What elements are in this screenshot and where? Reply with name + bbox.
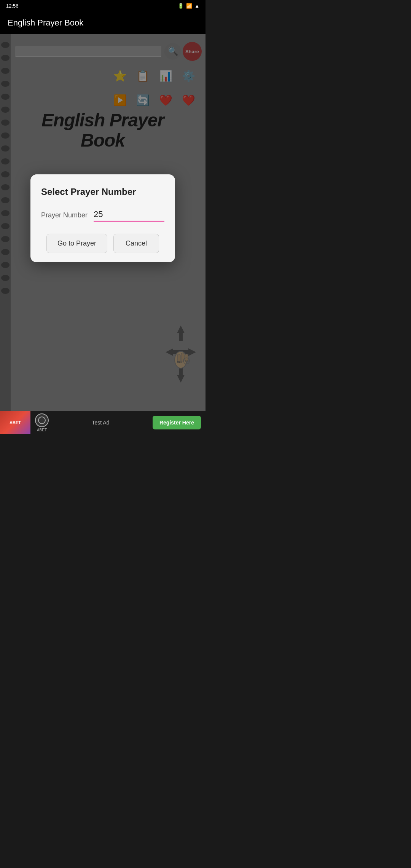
abet-sub-label: ABET bbox=[37, 428, 47, 432]
status-time: 12:56 bbox=[6, 3, 19, 9]
ad-test-label: Test Ad bbox=[92, 420, 110, 426]
nav-circle-inner bbox=[38, 416, 46, 424]
ad-bar: ABET ABET Test Ad Register Here bbox=[0, 411, 206, 434]
ad-abet-label: ABET bbox=[10, 420, 21, 425]
battery-icon: 🔋 bbox=[178, 3, 184, 9]
dialog-buttons: Go to Prayer Cancel bbox=[41, 234, 164, 253]
dialog-input-wrap bbox=[94, 208, 164, 222]
select-prayer-dialog: Select Prayer Number Prayer Number Go to… bbox=[30, 174, 175, 262]
cancel-button[interactable]: Cancel bbox=[113, 234, 159, 253]
app-bar: English Prayer Book bbox=[0, 11, 206, 34]
ad-register-button[interactable]: Register Here bbox=[153, 416, 201, 429]
status-icons: 🔋 📶 ▲ bbox=[178, 3, 199, 9]
app-bar-title: English Prayer Book bbox=[8, 18, 83, 28]
prayer-number-input[interactable] bbox=[94, 208, 164, 222]
wifi-icon: ▲ bbox=[194, 3, 199, 9]
signal-icon: 📶 bbox=[186, 3, 192, 9]
dialog-title: Select Prayer Number bbox=[41, 187, 164, 197]
ad-nav-area: ABET bbox=[35, 413, 49, 432]
dialog-field-row: Prayer Number bbox=[41, 208, 164, 222]
ad-content: ABET Test Ad Register Here bbox=[30, 413, 206, 432]
prayer-number-label: Prayer Number bbox=[41, 211, 88, 222]
go-to-prayer-button[interactable]: Go to Prayer bbox=[46, 234, 107, 253]
main-content: 🔍 Share ⭐ 📋 📊 ⚙️ ▶️ 🔄 ❤️ ❤️ English Pray… bbox=[0, 34, 206, 411]
nav-circle-btn[interactable] bbox=[35, 413, 49, 427]
status-bar: 12:56 🔋 📶 ▲ bbox=[0, 0, 206, 11]
ad-image: ABET bbox=[0, 411, 30, 434]
